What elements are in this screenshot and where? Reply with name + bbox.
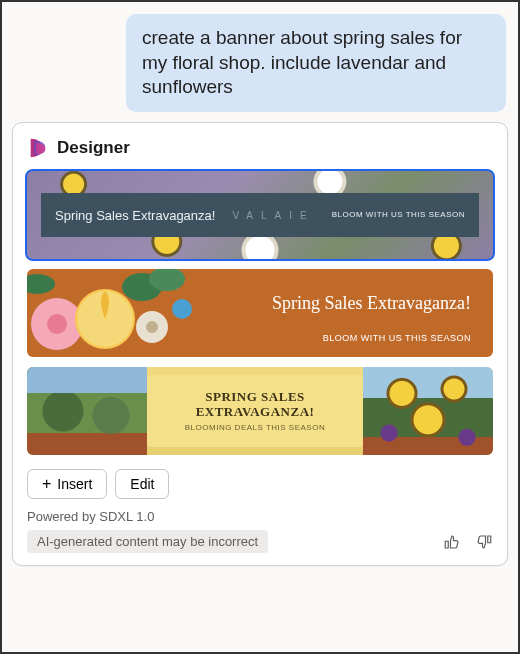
banner-2-title: Spring Sales Extravaganza!	[272, 293, 471, 314]
banner-option-3[interactable]: SPRING SALES EXTRAVAGANZA! BLOOMING DEAL…	[27, 367, 493, 455]
edit-button[interactable]: Edit	[115, 469, 169, 499]
thumbs-up-icon[interactable]	[443, 533, 461, 551]
powered-by-text: Powered by SDXL 1.0	[27, 509, 493, 524]
banner-3-title: SPRING SALES EXTRAVAGANZA!	[147, 390, 363, 419]
banner-3-subtitle: BLOOMING DEALS THIS SEASON	[185, 423, 325, 432]
ai-disclaimer: AI-generated content may be incorrect	[27, 530, 268, 553]
user-message: create a banner about spring sales for m…	[126, 14, 506, 112]
insert-button[interactable]: + Insert	[27, 469, 107, 499]
thumbs-down-icon[interactable]	[475, 533, 493, 551]
banner-results: Spring Sales Extravaganza! VALAIE BLOOM …	[27, 171, 493, 455]
banner-2-subtitle: BLOOM WITH US THIS SEASON	[323, 333, 471, 343]
card-title: Designer	[57, 138, 130, 158]
banner-3-right-art	[363, 367, 493, 455]
plus-icon: +	[42, 476, 51, 492]
svg-point-8	[172, 299, 192, 319]
edit-label: Edit	[130, 476, 154, 492]
svg-point-9	[27, 274, 55, 294]
designer-logo-icon	[27, 137, 49, 159]
banner-1-subtitle: BLOOM WITH US THIS SEASON	[332, 210, 465, 220]
insert-label: Insert	[57, 476, 92, 492]
banner-3-left-art	[27, 367, 147, 455]
svg-point-1	[47, 314, 67, 334]
svg-point-7	[146, 321, 158, 333]
banner-1-title: Spring Sales Extravaganza!	[55, 208, 215, 223]
banner-option-2[interactable]: Spring Sales Extravaganza! BLOOM WITH US…	[27, 269, 493, 357]
designer-card: Designer Spring Sales Extravaganza! VALA…	[12, 122, 508, 566]
banner-1-middle: VALAIE	[215, 210, 331, 221]
banner-option-1[interactable]: Spring Sales Extravaganza! VALAIE BLOOM …	[27, 171, 493, 259]
banner-2-floral-art	[27, 269, 207, 357]
